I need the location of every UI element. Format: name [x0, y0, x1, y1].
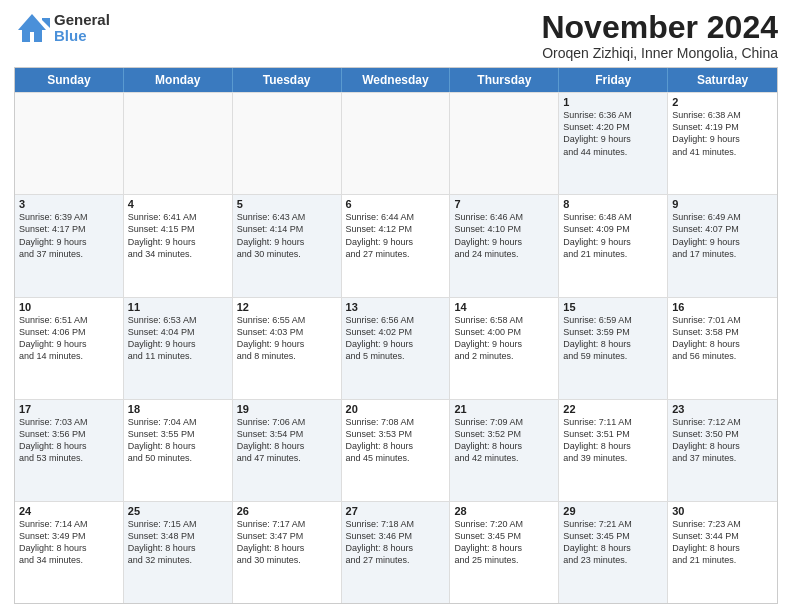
page: General Blue November 2024 Oroqen Zizhiq…: [0, 0, 792, 612]
day-number: 24: [19, 505, 119, 517]
logo-general: General: [54, 12, 110, 29]
title-month: November 2024: [541, 10, 778, 45]
cell-info: Sunrise: 6:43 AM Sunset: 4:14 PM Dayligh…: [237, 211, 337, 260]
cal-cell: 2Sunrise: 6:38 AM Sunset: 4:19 PM Daylig…: [668, 93, 777, 194]
cell-info: Sunrise: 7:08 AM Sunset: 3:53 PM Dayligh…: [346, 416, 446, 465]
day-number: 29: [563, 505, 663, 517]
day-number: 26: [237, 505, 337, 517]
day-number: 20: [346, 403, 446, 415]
cell-info: Sunrise: 6:56 AM Sunset: 4:02 PM Dayligh…: [346, 314, 446, 363]
day-number: 16: [672, 301, 773, 313]
cal-cell: 24Sunrise: 7:14 AM Sunset: 3:49 PM Dayli…: [15, 502, 124, 603]
cal-cell: 14Sunrise: 6:58 AM Sunset: 4:00 PM Dayli…: [450, 298, 559, 399]
day-number: 5: [237, 198, 337, 210]
cal-cell: 5Sunrise: 6:43 AM Sunset: 4:14 PM Daylig…: [233, 195, 342, 296]
cell-info: Sunrise: 7:17 AM Sunset: 3:47 PM Dayligh…: [237, 518, 337, 567]
day-number: 23: [672, 403, 773, 415]
title-block: November 2024 Oroqen Zizhiqi, Inner Mong…: [541, 10, 778, 61]
cal-cell: 7Sunrise: 6:46 AM Sunset: 4:10 PM Daylig…: [450, 195, 559, 296]
header-day-thursday: Thursday: [450, 68, 559, 92]
calendar-body: 1Sunrise: 6:36 AM Sunset: 4:20 PM Daylig…: [15, 92, 777, 603]
day-number: 7: [454, 198, 554, 210]
cal-cell: [450, 93, 559, 194]
day-number: 4: [128, 198, 228, 210]
cell-info: Sunrise: 6:48 AM Sunset: 4:09 PM Dayligh…: [563, 211, 663, 260]
cell-info: Sunrise: 7:14 AM Sunset: 3:49 PM Dayligh…: [19, 518, 119, 567]
cell-info: Sunrise: 6:39 AM Sunset: 4:17 PM Dayligh…: [19, 211, 119, 260]
cal-cell: [233, 93, 342, 194]
cell-info: Sunrise: 6:51 AM Sunset: 4:06 PM Dayligh…: [19, 314, 119, 363]
day-number: 14: [454, 301, 554, 313]
day-number: 25: [128, 505, 228, 517]
cell-info: Sunrise: 6:58 AM Sunset: 4:00 PM Dayligh…: [454, 314, 554, 363]
cal-row-1: 1Sunrise: 6:36 AM Sunset: 4:20 PM Daylig…: [15, 92, 777, 194]
cal-cell: 6Sunrise: 6:44 AM Sunset: 4:12 PM Daylig…: [342, 195, 451, 296]
cal-cell: 29Sunrise: 7:21 AM Sunset: 3:45 PM Dayli…: [559, 502, 668, 603]
cal-cell: 8Sunrise: 6:48 AM Sunset: 4:09 PM Daylig…: [559, 195, 668, 296]
cal-row-2: 3Sunrise: 6:39 AM Sunset: 4:17 PM Daylig…: [15, 194, 777, 296]
cal-cell: 10Sunrise: 6:51 AM Sunset: 4:06 PM Dayli…: [15, 298, 124, 399]
cal-cell: 16Sunrise: 7:01 AM Sunset: 3:58 PM Dayli…: [668, 298, 777, 399]
cell-info: Sunrise: 6:59 AM Sunset: 3:59 PM Dayligh…: [563, 314, 663, 363]
day-number: 8: [563, 198, 663, 210]
cal-row-5: 24Sunrise: 7:14 AM Sunset: 3:49 PM Dayli…: [15, 501, 777, 603]
cal-cell: 26Sunrise: 7:17 AM Sunset: 3:47 PM Dayli…: [233, 502, 342, 603]
day-number: 18: [128, 403, 228, 415]
logo-icon: [14, 10, 50, 46]
cell-info: Sunrise: 7:20 AM Sunset: 3:45 PM Dayligh…: [454, 518, 554, 567]
cal-row-4: 17Sunrise: 7:03 AM Sunset: 3:56 PM Dayli…: [15, 399, 777, 501]
cell-info: Sunrise: 6:44 AM Sunset: 4:12 PM Dayligh…: [346, 211, 446, 260]
cell-info: Sunrise: 7:04 AM Sunset: 3:55 PM Dayligh…: [128, 416, 228, 465]
cal-cell: 23Sunrise: 7:12 AM Sunset: 3:50 PM Dayli…: [668, 400, 777, 501]
day-number: 28: [454, 505, 554, 517]
cal-cell: 17Sunrise: 7:03 AM Sunset: 3:56 PM Dayli…: [15, 400, 124, 501]
day-number: 19: [237, 403, 337, 415]
day-number: 17: [19, 403, 119, 415]
cal-cell: 18Sunrise: 7:04 AM Sunset: 3:55 PM Dayli…: [124, 400, 233, 501]
header-day-friday: Friday: [559, 68, 668, 92]
cal-cell: 19Sunrise: 7:06 AM Sunset: 3:54 PM Dayli…: [233, 400, 342, 501]
logo-text: General Blue: [54, 12, 110, 45]
cal-cell: 22Sunrise: 7:11 AM Sunset: 3:51 PM Dayli…: [559, 400, 668, 501]
calendar-header-row: SundayMondayTuesdayWednesdayThursdayFrid…: [15, 68, 777, 92]
day-number: 13: [346, 301, 446, 313]
cell-info: Sunrise: 6:38 AM Sunset: 4:19 PM Dayligh…: [672, 109, 773, 158]
cell-info: Sunrise: 7:18 AM Sunset: 3:46 PM Dayligh…: [346, 518, 446, 567]
day-number: 27: [346, 505, 446, 517]
cal-cell: 30Sunrise: 7:23 AM Sunset: 3:44 PM Dayli…: [668, 502, 777, 603]
cell-info: Sunrise: 6:55 AM Sunset: 4:03 PM Dayligh…: [237, 314, 337, 363]
day-number: 9: [672, 198, 773, 210]
day-number: 10: [19, 301, 119, 313]
cell-info: Sunrise: 7:23 AM Sunset: 3:44 PM Dayligh…: [672, 518, 773, 567]
header: General Blue November 2024 Oroqen Zizhiq…: [14, 10, 778, 61]
cal-cell: 9Sunrise: 6:49 AM Sunset: 4:07 PM Daylig…: [668, 195, 777, 296]
svg-marker-0: [18, 14, 46, 42]
cell-info: Sunrise: 7:03 AM Sunset: 3:56 PM Dayligh…: [19, 416, 119, 465]
header-day-monday: Monday: [124, 68, 233, 92]
day-number: 21: [454, 403, 554, 415]
calendar: SundayMondayTuesdayWednesdayThursdayFrid…: [14, 67, 778, 604]
svg-marker-1: [42, 18, 50, 28]
cal-cell: 27Sunrise: 7:18 AM Sunset: 3:46 PM Dayli…: [342, 502, 451, 603]
header-day-wednesday: Wednesday: [342, 68, 451, 92]
day-number: 15: [563, 301, 663, 313]
cell-info: Sunrise: 6:49 AM Sunset: 4:07 PM Dayligh…: [672, 211, 773, 260]
logo: General Blue: [14, 10, 110, 46]
day-number: 3: [19, 198, 119, 210]
cal-cell: [342, 93, 451, 194]
cal-cell: 20Sunrise: 7:08 AM Sunset: 3:53 PM Dayli…: [342, 400, 451, 501]
cell-info: Sunrise: 7:21 AM Sunset: 3:45 PM Dayligh…: [563, 518, 663, 567]
day-number: 12: [237, 301, 337, 313]
cell-info: Sunrise: 7:11 AM Sunset: 3:51 PM Dayligh…: [563, 416, 663, 465]
cal-cell: 25Sunrise: 7:15 AM Sunset: 3:48 PM Dayli…: [124, 502, 233, 603]
cell-info: Sunrise: 7:09 AM Sunset: 3:52 PM Dayligh…: [454, 416, 554, 465]
day-number: 1: [563, 96, 663, 108]
cal-cell: [124, 93, 233, 194]
cell-info: Sunrise: 7:01 AM Sunset: 3:58 PM Dayligh…: [672, 314, 773, 363]
cell-info: Sunrise: 6:53 AM Sunset: 4:04 PM Dayligh…: [128, 314, 228, 363]
cal-cell: [15, 93, 124, 194]
logo-blue: Blue: [54, 28, 110, 45]
cal-row-3: 10Sunrise: 6:51 AM Sunset: 4:06 PM Dayli…: [15, 297, 777, 399]
cell-info: Sunrise: 6:36 AM Sunset: 4:20 PM Dayligh…: [563, 109, 663, 158]
cal-cell: 1Sunrise: 6:36 AM Sunset: 4:20 PM Daylig…: [559, 93, 668, 194]
